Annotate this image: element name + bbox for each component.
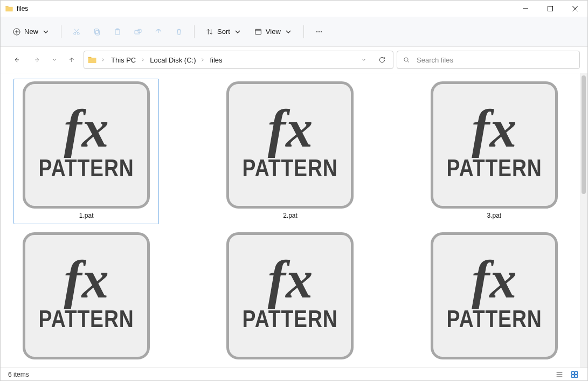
crumb-this-pc[interactable]: This PC	[109, 54, 138, 66]
svg-point-12	[319, 31, 320, 32]
pattern-label: PATTERN	[243, 306, 338, 332]
refresh-icon	[378, 56, 386, 64]
minimize-icon	[523, 6, 528, 11]
minimize-button[interactable]	[513, 1, 538, 17]
file-name: 1.pat	[79, 212, 94, 219]
pattern-file-icon: fxPATTERN	[431, 81, 558, 209]
svg-point-11	[316, 31, 317, 32]
scrollbar[interactable]	[580, 73, 587, 368]
search-input[interactable]	[416, 56, 574, 65]
fx-glyph: fx	[64, 106, 109, 151]
svg-rect-15	[572, 371, 575, 374]
file-item[interactable]: fxPATTERN3.pat	[421, 79, 567, 224]
svg-point-13	[321, 31, 322, 32]
content-area: fxPATTERN1.patfxPATTERN2.patfxPATTERN3.p…	[1, 73, 587, 368]
view-icon	[254, 27, 262, 36]
svg-rect-16	[575, 371, 578, 374]
fx-glyph: fx	[472, 106, 516, 151]
crumb-files[interactable]: files	[207, 54, 224, 66]
chevron-down-icon	[41, 27, 50, 36]
close-button[interactable]	[563, 1, 587, 17]
search-icon	[403, 56, 410, 64]
copy-icon	[93, 27, 101, 36]
new-button[interactable]: New	[8, 23, 54, 41]
window-title: files	[17, 5, 28, 12]
back-icon	[13, 56, 20, 64]
svg-rect-0	[548, 6, 553, 11]
pattern-file-icon: fxPATTERN	[23, 232, 150, 359]
view-label: View	[266, 27, 281, 36]
svg-rect-5	[94, 29, 98, 33]
svg-rect-4	[95, 30, 99, 35]
address-dropdown[interactable]	[356, 52, 371, 67]
rename-button[interactable]	[129, 23, 147, 41]
details-view-button[interactable]	[554, 370, 565, 379]
cut-icon	[72, 27, 81, 36]
svg-rect-18	[575, 375, 578, 377]
svg-rect-17	[572, 375, 575, 377]
cut-button[interactable]	[68, 23, 85, 41]
chevron-down-icon	[52, 57, 57, 63]
separator	[194, 25, 195, 38]
details-view-icon	[555, 370, 564, 379]
rename-icon	[134, 27, 142, 36]
fx-glyph: fx	[64, 257, 109, 302]
fx-glyph: fx	[472, 257, 516, 302]
chevron-right-icon	[200, 57, 205, 63]
pattern-label: PATTERN	[243, 155, 338, 182]
paste-icon	[113, 27, 122, 36]
copy-button[interactable]	[88, 23, 106, 41]
back-button[interactable]	[8, 51, 25, 68]
titlebar: files	[1, 1, 587, 17]
file-name: 2.pat	[283, 212, 298, 219]
file-item[interactable]: fxPATTERN	[421, 230, 567, 368]
toolbar: New Sort View	[1, 17, 587, 47]
crumb-local-disk[interactable]: Local Disk (C:)	[148, 54, 198, 66]
thumbnails-view-icon	[570, 370, 579, 379]
share-button[interactable]	[150, 23, 167, 41]
share-icon	[154, 27, 163, 36]
sort-button[interactable]: Sort	[201, 23, 246, 41]
sort-icon	[205, 27, 214, 36]
pattern-file-icon: fxPATTERN	[431, 232, 558, 359]
fx-glyph: fx	[268, 106, 313, 151]
file-item[interactable]: fxPATTERN2.pat	[217, 79, 363, 224]
delete-button[interactable]	[170, 23, 188, 41]
separator	[61, 25, 61, 38]
file-grid: fxPATTERN1.patfxPATTERN2.patfxPATTERN3.p…	[6, 79, 575, 368]
pattern-file-icon: fxPATTERN	[226, 81, 354, 209]
fx-glyph: fx	[268, 257, 313, 302]
breadcrumb: This PC Local Disk (C:) files	[109, 54, 353, 66]
file-item[interactable]: fxPATTERN	[217, 230, 363, 368]
chevron-right-icon	[100, 57, 106, 63]
file-name: 3.pat	[487, 212, 501, 219]
file-grid-container[interactable]: fxPATTERN1.patfxPATTERN2.patfxPATTERN3.p…	[1, 73, 580, 368]
pattern-file-icon: fxPATTERN	[226, 232, 354, 359]
more-icon	[315, 27, 323, 36]
scrollbar-thumb[interactable]	[582, 75, 586, 194]
new-label: New	[24, 27, 38, 36]
new-icon	[12, 27, 21, 36]
up-icon	[68, 56, 75, 64]
file-item[interactable]: fxPATTERN1.pat	[13, 79, 159, 224]
view-button[interactable]: View	[250, 23, 297, 41]
file-item[interactable]: fxPATTERN	[13, 230, 159, 368]
up-button[interactable]	[63, 51, 80, 68]
paste-button[interactable]	[109, 23, 126, 41]
svg-rect-8	[135, 30, 140, 34]
status-bar: 6 items	[1, 368, 587, 380]
search-box[interactable]	[397, 51, 580, 69]
maximize-button[interactable]	[538, 1, 563, 17]
thumbnails-view-button[interactable]	[569, 370, 580, 379]
close-icon	[572, 6, 578, 11]
chevron-down-icon	[361, 57, 366, 63]
refresh-button[interactable]	[375, 52, 390, 67]
separator	[303, 25, 304, 38]
address-bar[interactable]: This PC Local Disk (C:) files	[84, 51, 393, 69]
folder-icon	[5, 4, 13, 13]
chevron-down-icon	[233, 27, 242, 36]
folder-icon	[87, 55, 97, 65]
forward-button[interactable]	[29, 51, 46, 68]
recent-button[interactable]	[49, 51, 60, 68]
more-button[interactable]	[310, 23, 328, 41]
